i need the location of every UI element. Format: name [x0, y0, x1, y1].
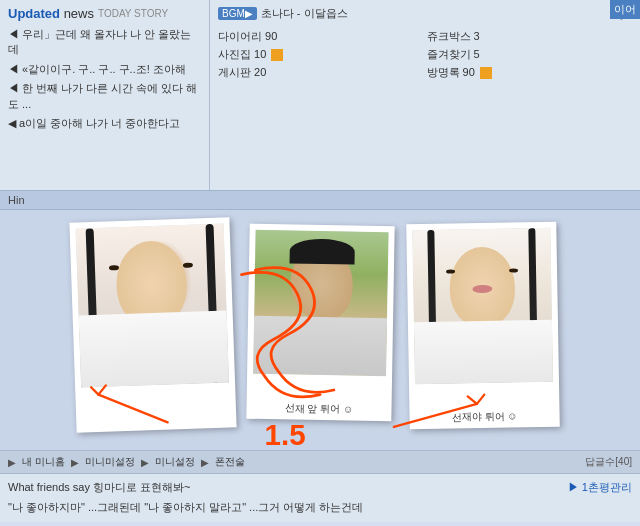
stat-guestbook-label: 방명록 90 — [427, 66, 475, 78]
photo-center-img — [253, 230, 388, 376]
left-panel: Updated news TODAY STORY ◀ 우리」근데 왜 올자냐 나… — [0, 0, 210, 190]
right-panel: BGM▶ 초나다 - 이달읍스 🔊 다이어리 90 쥬크박스 3 사진집 10 — [210, 0, 640, 190]
friends-header: What friends say 힝마디로 표현해봐~ ▶ 1촌평관리 — [8, 480, 632, 495]
polaroid-center: 선재 앞 튀어 ☺ — [246, 224, 394, 422]
polaroid-left — [69, 217, 236, 432]
hin-text: Hin — [8, 194, 25, 206]
hin-bar: Hin — [0, 190, 640, 210]
stat-fav: 즐겨찾기 5 — [427, 47, 633, 62]
news-item-1: ◀ 우리」근데 왜 올자냐 나 안 올랐는데 — [8, 27, 201, 58]
reply-count: 답글수[40] — [585, 455, 632, 469]
updated-label: Updated — [8, 6, 60, 21]
photo-center-sim — [253, 230, 388, 376]
nav-arrow-2: ▶ — [71, 457, 79, 468]
polaroid-right: 선재야 튀어 ☺ — [406, 222, 560, 430]
nav-item-mini-home[interactable]: 내 미니홈 — [22, 455, 65, 469]
stat-photo: 사진집 10 — [218, 47, 424, 62]
stat-jukebox-label: 쥬크박스 3 — [427, 30, 480, 42]
stat-board: 게시판 20 — [218, 65, 424, 80]
polaroid-left-caption — [76, 423, 236, 429]
updated-header: Updated news TODAY STORY — [8, 6, 201, 21]
nav-arrow-3: ▶ — [141, 457, 149, 468]
stat-guestbook: 방명록 90 — [427, 65, 633, 80]
stat-photo-value: 10 — [254, 48, 266, 60]
photo-right-img — [412, 228, 553, 384]
friends-header-text: What friends say 힝마디로 표현해봐~ — [8, 481, 190, 493]
photo-section: 선재 앞 튀어 ☺ — [0, 210, 640, 450]
nav-arrow-4: ▶ — [201, 457, 209, 468]
updated-title: Updated news — [8, 6, 94, 21]
today-story: TODAY STORY — [98, 8, 168, 19]
stat-fav-label: 즐겨찾기 5 — [427, 48, 480, 60]
guestbook-icon — [480, 67, 492, 79]
stats-grid: 다이어리 90 쥬크박스 3 사진집 10 즐겨찾기 5 게시판 20 — [218, 29, 632, 80]
page-wrapper: Updated news TODAY STORY ◀ 우리」근데 왜 올자냐 나… — [0, 0, 640, 526]
friends-section: What friends say 힝마디로 표현해봐~ ▶ 1촌평관리 "나 좋… — [0, 474, 640, 522]
nav-item-mini-setting[interactable]: 미니설정 — [155, 455, 195, 469]
stat-diary-value: 90 — [265, 30, 277, 42]
polaroid-right-caption: 선재야 튀어 ☺ — [409, 409, 559, 426]
news-item-4: ◀ a이일 중아해 나가 너 중아한다고 — [8, 116, 201, 131]
photo-right-sim — [412, 228, 553, 384]
stat-board-value: 20 — [254, 66, 266, 78]
bottom-nav: ▶ 내 미니홈 ▶ 미니미설정 ▶ 미니설정 ▶ 폰전술 답글수[40] — [0, 450, 640, 474]
nav-arrow-1: ▶ — [8, 457, 16, 468]
photo-icon — [271, 49, 283, 61]
top-section: Updated news TODAY STORY ◀ 우리」근데 왜 올자냐 나… — [0, 0, 640, 190]
bgm-bar: BGM▶ 초나다 - 이달읍스 🔊 — [218, 6, 632, 21]
stat-diary: 다이어리 90 — [218, 29, 424, 44]
stat-diary-label: 다이어리 — [218, 30, 262, 42]
news-item-3: ◀ 한 번째 나가 다른 시간 속에 있다 해도 ... — [8, 81, 201, 112]
friends-content: "나 좋아하지마" ...그래된데 "나 좋아하지 말라고" ...그거 어떻게… — [8, 499, 632, 516]
stat-jukebox: 쥬크박스 3 — [427, 29, 633, 44]
friends-link[interactable]: ▶ 1촌평관리 — [568, 480, 632, 495]
nav-item-phone[interactable]: 폰전술 — [215, 455, 245, 469]
photo-left-sim — [75, 223, 228, 387]
stat-photo-label: 사진집 — [218, 48, 251, 60]
corner-label: 이어 — [610, 0, 640, 19]
nav-item-minimi[interactable]: 미니미설정 — [85, 455, 135, 469]
photo-left-img — [75, 223, 228, 387]
svg-text:1.5: 1.5 — [265, 418, 306, 450]
bgm-text: 초나다 - 이달읍스 — [261, 6, 348, 21]
stat-board-label: 게시판 — [218, 66, 251, 78]
photo-section-wrap: 선재 앞 튀어 ☺ — [0, 210, 640, 450]
polaroid-center-caption: 선재 앞 튀어 ☺ — [246, 401, 391, 418]
news-label: news — [64, 6, 94, 21]
news-item-2: ◀ «같이이구. 구.. 구.. 구..조! 조아해 — [8, 62, 201, 77]
bgm-label: BGM▶ — [218, 7, 257, 20]
